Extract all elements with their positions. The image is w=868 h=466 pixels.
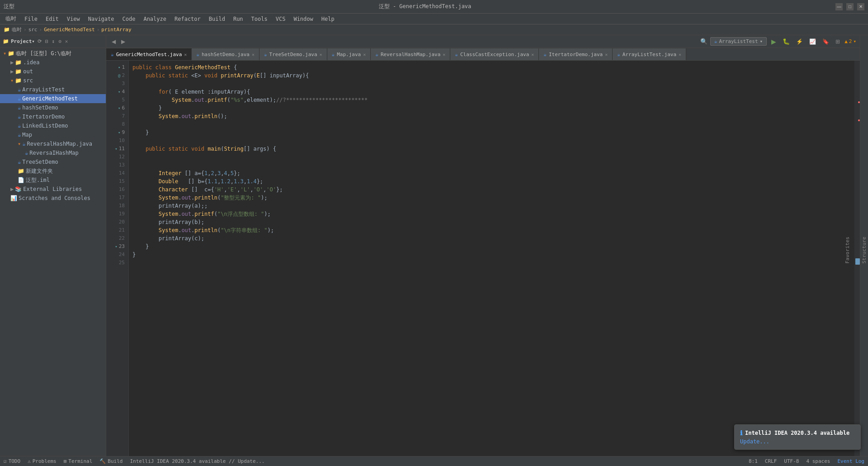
- tab-itertatordemo[interactable]: ☕ ItertatorDemo.java ✕: [539, 48, 613, 60]
- navigate-forward-button[interactable]: ▶: [119, 38, 127, 46]
- app-name: 泛型: [4, 3, 14, 10]
- indent-label[interactable]: 4 spaces: [806, 458, 830, 464]
- line-15: 15: [106, 177, 128, 185]
- layout-button[interactable]: ⊞: [834, 38, 842, 46]
- build-button[interactable]: 🔨 Build: [99, 458, 123, 464]
- tree-item-externallibs[interactable]: ▶ 📚 External Libraries: [0, 185, 106, 194]
- breadcrumb-class[interactable]: GenericMethodTest: [44, 27, 95, 33]
- folder-expand-icon: ▾: [3, 50, 6, 57]
- menu-view[interactable]: View: [63, 15, 84, 23]
- code-content[interactable]: public class GenericMethodTest { public …: [129, 61, 854, 456]
- breadcrumb-method[interactable]: printArray: [101, 27, 131, 33]
- tab-map[interactable]: ☕ Map.java ✕: [327, 48, 371, 60]
- menu-temp[interactable]: 临时: [2, 14, 20, 24]
- menu-build[interactable]: Build: [205, 15, 229, 23]
- tab-close-icon[interactable]: ✕: [184, 52, 187, 57]
- tree-item-reversalhashmap[interactable]: ▾ ☕ ReversalHashMap.java: [0, 139, 106, 148]
- menu-window[interactable]: Window: [290, 15, 316, 23]
- tab-arraylisttest[interactable]: ☕ ArrayListTest.java ✕: [613, 48, 686, 60]
- fold-arrow-9[interactable]: ▾: [118, 128, 120, 137]
- profile-button[interactable]: 📈: [807, 38, 818, 46]
- line-6: ▾6: [106, 104, 128, 112]
- sidebar-tab-structure[interactable]: Structure: [860, 235, 868, 266]
- run-button[interactable]: ▶: [769, 37, 778, 46]
- settings-gear-icon[interactable]: ⚙: [57, 38, 62, 45]
- project-header: 📁 Project▾ ⟳ ⊟ ↕ ⚙ ✕: [0, 35, 106, 48]
- tab-close-icon[interactable]: ✕: [252, 52, 255, 57]
- run-config-dropdown[interactable]: ☕ ArrayListTest ▾: [710, 37, 767, 46]
- menu-refactor[interactable]: Refactor: [171, 15, 204, 23]
- tree-item-scratches[interactable]: 📊 Scratches and Consoles: [0, 194, 106, 203]
- tree-item-idea[interactable]: ▶ 📁 .idea: [0, 58, 106, 67]
- tab-genericmethodtest[interactable]: ☕ GenericMethodTest.java ✕: [106, 48, 192, 60]
- terminal-button[interactable]: ⊞ Terminal: [64, 458, 93, 464]
- tab-close-icon[interactable]: ✕: [605, 52, 608, 57]
- tree-item-iml[interactable]: 📄 泛型.iml: [0, 176, 106, 185]
- tree-item-arraylisttest[interactable]: ☕ ArrayListTest: [0, 85, 106, 94]
- update-link[interactable]: Update...: [740, 438, 769, 445]
- fold-arrow-1[interactable]: ▾: [118, 63, 120, 71]
- tab-hashsetdemo[interactable]: ☕ hashSetDemo.java ✕: [192, 48, 259, 60]
- bookmark-button[interactable]: 🔖: [821, 38, 831, 46]
- fold-arrow-6[interactable]: ▾: [118, 104, 120, 112]
- search-everywhere-icon[interactable]: 🔍: [700, 38, 708, 45]
- coverage-button[interactable]: ⚡: [794, 38, 805, 46]
- tree-item-src[interactable]: ▾ 📁 src: [0, 76, 106, 85]
- menu-file[interactable]: File: [21, 15, 41, 23]
- debug-button[interactable]: 🐛: [781, 37, 792, 46]
- menu-code[interactable]: Code: [119, 15, 139, 23]
- breadcrumb-temp[interactable]: 临时: [12, 26, 22, 33]
- fold-arrow-4[interactable]: ▾: [118, 88, 120, 96]
- menu-analyze[interactable]: Analyze: [140, 15, 170, 23]
- line-ending[interactable]: CRLF: [765, 458, 777, 464]
- tree-item-reversalhashmapinner[interactable]: ☕ ReversaIHashMap: [0, 148, 106, 157]
- todo-button[interactable]: ☑ TODO: [4, 458, 20, 464]
- menu-help[interactable]: Help: [318, 15, 338, 23]
- tab-treesetdemo[interactable]: ☕ TreeSetDemo.java ✕: [259, 48, 327, 60]
- tree-item-hashsetdemo[interactable]: ☕ hashSetDemo: [0, 103, 106, 112]
- maximize-button[interactable]: □: [846, 3, 854, 10]
- encoding-label[interactable]: UTF-8: [784, 458, 799, 464]
- close-panel-icon[interactable]: ✕: [64, 38, 69, 45]
- fold-arrow-11[interactable]: ▾: [115, 145, 117, 153]
- tree-item-out[interactable]: ▶ 📁 out: [0, 67, 106, 76]
- menu-vcs[interactable]: VCS: [272, 15, 289, 23]
- menu-edit[interactable]: Edit: [42, 15, 62, 23]
- sidebar-tab-favorites[interactable]: Favorites: [844, 235, 851, 266]
- sync-icon[interactable]: ⟳: [37, 38, 42, 45]
- tab-reversalhashmap[interactable]: ☕ ReversalHashMap.java ✕: [371, 48, 450, 60]
- tab-close-icon[interactable]: ✕: [363, 52, 366, 57]
- collapse-icon[interactable]: ⊟: [44, 38, 49, 45]
- tree-item-linkedlistdemo[interactable]: ☕ LinkedListDemo: [0, 121, 106, 130]
- tree-item-newfolder[interactable]: 📁 新建文件夹: [0, 166, 106, 176]
- cursor-position[interactable]: 8:1: [749, 458, 758, 464]
- line-2: @2: [106, 71, 128, 80]
- tree-item-treesetdemo[interactable]: ☕ TreeSetDemo: [0, 157, 106, 166]
- menu-navigate[interactable]: Navigate: [85, 15, 118, 23]
- tree-item-root[interactable]: ▾ 📁 临时 [泛型] G:\临时: [0, 49, 106, 58]
- menu-tools[interactable]: Tools: [248, 15, 271, 23]
- tab-classcastexception[interactable]: ☕ ClassCastException.java ✕: [450, 48, 539, 60]
- title-bar-left: 泛型: [4, 3, 14, 10]
- event-log-button[interactable]: Event Log: [837, 458, 864, 464]
- problems-button[interactable]: ⚠ Problems: [28, 458, 57, 464]
- navigate-back-button[interactable]: ◀: [110, 38, 118, 46]
- minimize-button[interactable]: —: [835, 3, 843, 10]
- tree-item-itertatordemo[interactable]: ☕ ItertatorDemo: [0, 112, 106, 121]
- menu-run[interactable]: Run: [230, 15, 247, 23]
- tab-label: ArrayListTest.java: [623, 52, 676, 57]
- fold-arrow-23[interactable]: ▾: [115, 243, 117, 251]
- tab-close-icon[interactable]: ✕: [679, 52, 681, 57]
- tab-close-icon[interactable]: ✕: [443, 52, 445, 57]
- close-button[interactable]: ✕: [857, 3, 864, 10]
- tree-item-genericmethodtest[interactable]: ☕ GenericMethodTest: [0, 94, 106, 103]
- code-line-1: public class GenericMethodTest {: [132, 63, 851, 71]
- tab-close-icon[interactable]: ✕: [531, 52, 534, 57]
- sort-icon[interactable]: ↕: [51, 38, 56, 45]
- tree-item-map[interactable]: ☕ Map: [0, 130, 106, 139]
- tab-close-icon[interactable]: ✕: [320, 52, 322, 57]
- warning-count[interactable]: ▲ 2 ▾: [844, 38, 856, 44]
- breadcrumb-src[interactable]: src: [28, 27, 38, 33]
- code-editor[interactable]: ▾1 @2 3 ▾4 5 ▾6 7 8 ▾9 10 ▾11 12 13 14 1…: [106, 61, 860, 456]
- title-bar-right[interactable]: — □ ✕: [835, 3, 864, 10]
